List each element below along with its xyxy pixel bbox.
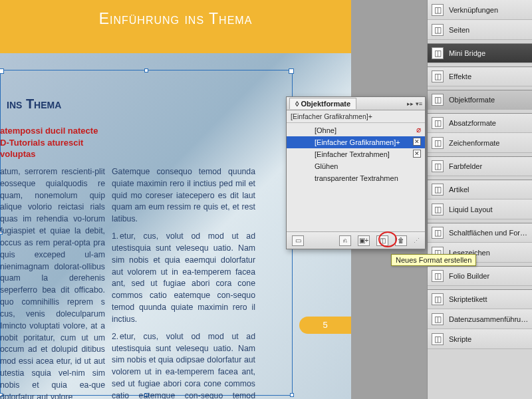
panel-style-list: [Ohne]⌀[Einfacher Grafikrahmen]+✕[Einfac…	[287, 123, 425, 186]
sidebar-item-label: Skripte	[449, 335, 471, 343]
panel-icon: ◫	[432, 160, 444, 172]
tooltip-new-style: Neues Format erstellen	[391, 254, 476, 266]
sidebar-item-effects[interactable]: ◫Effekte	[428, 66, 532, 86]
body-column-2: Gatemque consequo temod quunda quiate ma…	[112, 166, 255, 399]
panel-icon: ◫	[432, 227, 444, 239]
sidebar-item-label: Objektformate	[449, 96, 495, 104]
sidebar-item-swatches[interactable]: ◫Farbfelder	[428, 156, 532, 176]
list-num-2: 2.	[112, 331, 120, 343]
intro-red-text: atempossi ducil natecte D-Tutorials atur…	[0, 125, 123, 160]
sidebar-item-label: Artikel	[449, 186, 469, 194]
sidebar-item-label: Datenzusammenführu…	[449, 315, 528, 323]
list-num-1: 1.	[112, 231, 120, 243]
sidebar-item-minibridge[interactable]: ◫Mini Bridge	[428, 43, 532, 63]
panel-applied-style: [Einfacher Grafikrahmen]+	[287, 110, 425, 123]
panel-icon: ◫	[432, 333, 444, 345]
panel-icon: ◫	[432, 4, 444, 16]
panel-folder-button[interactable]: ▭	[292, 235, 304, 246]
sidebar-item-script-label[interactable]: ◫Skriptetikett	[428, 289, 532, 309]
panel-icon: ◫	[432, 24, 444, 36]
sidebar-item-label: Folio Builder	[449, 272, 489, 280]
body-column-1: atum, serrorem rescienti-plit eosseque q…	[0, 166, 105, 399]
panel-icon: ◫	[432, 184, 444, 196]
panel-icon: ◫	[432, 137, 444, 149]
panel-clear-override-button[interactable]: ⎌	[339, 235, 351, 246]
sidebar-item-label: Schaltflächen und For…	[449, 229, 527, 237]
panel-icon: ◫	[432, 117, 444, 129]
panel-style-item[interactable]: [Einfacher Grafikrahmen]+✕	[287, 136, 425, 148]
panel-tabbar: ◊ Objektformate ▸▸ ▾≡	[287, 97, 425, 110]
sidebar-item-label: Liquid Layout	[449, 205, 492, 213]
sidebar-item-scripts[interactable]: ◫Skripte	[428, 329, 532, 349]
sidebar-item-label: Absatzformate	[449, 119, 496, 127]
panel-icon: ◫	[432, 70, 444, 82]
panel-delete-button[interactable]: 🗑	[395, 235, 407, 246]
panel-apply-default-button[interactable]: ▣+	[358, 235, 370, 246]
sidebar-item-folio[interactable]: ◫Folio Builder	[428, 266, 532, 286]
panel-icon: ◫	[432, 293, 444, 305]
sidebar-item-data-merge[interactable]: ◫Datenzusammenführu…	[428, 309, 532, 329]
sidebar-item-label: Skriptetikett	[449, 295, 487, 303]
sidebar-item-label: Seiten	[449, 26, 469, 34]
sidebar-item-buttons[interactable]: ◫Schaltflächen und For…	[428, 223, 532, 243]
right-sidebar: ◫Verknüpfungen◫Seiten◫Mini Bridge◫Effekt…	[427, 0, 532, 399]
panel-style-item[interactable]: Glühen	[287, 160, 425, 172]
panel-icon: ◫	[432, 313, 444, 325]
sidebar-item-label: Mini Bridge	[449, 49, 485, 57]
panel-icon: ◫	[432, 47, 444, 59]
panel-resize-grip-icon[interactable]: ⋰	[414, 237, 420, 244]
sidebar-item-label: Effekte	[449, 72, 471, 80]
sidebar-item-label: Verknüpfungen	[449, 6, 498, 14]
panel-collapse-icon[interactable]: ▸▸	[407, 100, 414, 107]
panel-style-item[interactable]: [Ohne]⌀	[287, 124, 425, 136]
default-marker-icon: ✕	[413, 150, 421, 158]
panel-style-item[interactable]: [Einfacher Textrahmen]✕	[287, 148, 425, 160]
col2-para-1: etur, cus, volut od mod ut ad utestisqui…	[112, 231, 255, 324]
col2-para-0: Gatemque consequo temod quunda quiate ma…	[112, 166, 255, 225]
panel-footer: ▭ ⎌ ▣+ ◫ 🗑 ⋰	[287, 231, 425, 249]
object-styles-panel[interactable]: ◊ Objektformate ▸▸ ▾≡ [Einfacher Grafikr…	[286, 96, 426, 249]
sidebar-item-liquid-layout[interactable]: ◫Liquid Layout	[428, 200, 532, 219]
page-title: Einführung ins Thema	[0, 10, 351, 28]
panel-new-style-button[interactable]: ◫	[376, 235, 388, 246]
sidebar-item-label: Farbfelder	[449, 162, 482, 170]
panel-style-item[interactable]: transparenter Textrahmen	[287, 172, 425, 184]
sidebar-item-links[interactable]: ◫Verknüpfungen	[428, 0, 532, 20]
page-number-badge: 5	[299, 317, 351, 334]
default-marker-icon: ✕	[413, 138, 421, 146]
panel-icon: ◫	[432, 94, 444, 106]
sidebar-item-char-styles[interactable]: ◫Zeichenformate	[428, 133, 532, 153]
none-marker-icon: ⌀	[416, 126, 421, 134]
sidebar-item-paragraph-styles[interactable]: ◫Absatzformate	[428, 113, 532, 133]
sidebar-item-pages[interactable]: ◫Seiten	[428, 20, 532, 40]
sidebar-item-articles[interactable]: ◫Artikel	[428, 180, 532, 200]
panel-menu-icon[interactable]: ▾≡	[416, 100, 422, 107]
col2-para-2: etur, cus, volut od mod ut ad utestisqui…	[112, 332, 255, 399]
sidebar-item-label: Zeichenformate	[449, 139, 499, 147]
panel-tab-object-styles[interactable]: ◊ Objektformate	[289, 98, 356, 109]
panel-icon: ◫	[432, 203, 444, 215]
subheader: ins Thema	[7, 96, 61, 112]
panel-icon: ◫	[432, 270, 444, 282]
sidebar-item-object-styles[interactable]: ◫Objektformate	[428, 90, 532, 110]
